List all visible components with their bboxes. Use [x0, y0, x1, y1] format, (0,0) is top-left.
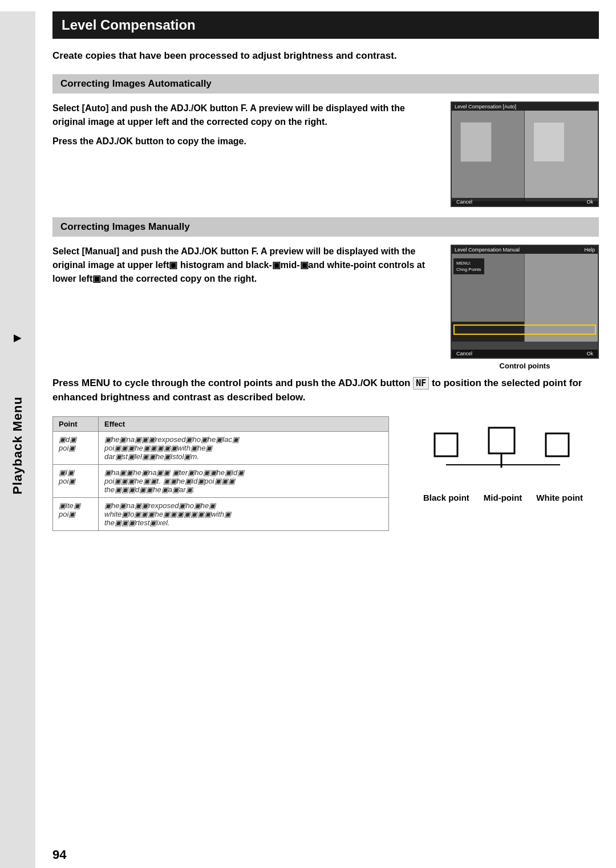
preview-bottom: Cancel Ok	[452, 198, 598, 206]
section1-text: Select [Auto] and push the ADJ./OK butto…	[52, 102, 439, 207]
manual-cancel: Cancel	[456, 351, 472, 356]
section2-row: Select [Manual] and push the ADJ./OK but…	[52, 245, 599, 370]
mid-point-label-container: Mid-point	[484, 493, 522, 503]
effects-table: Point Effect ▣d▣poi▣ ▣he▣na▣▣▣rexposed▣h…	[52, 416, 389, 531]
table-container: Point Effect ▣d▣poi▣ ▣he▣na▣▣▣rexposed▣h…	[52, 416, 389, 531]
highlight-box	[453, 325, 596, 335]
preview-topbar: Level Compensation [Auto]	[452, 103, 598, 111]
ok-label: Ok	[586, 199, 593, 205]
preview-right	[525, 111, 598, 201]
sidebar: ▶ Playback Menu	[0, 11, 35, 868]
table-row: ▣d▣poi▣ ▣he▣na▣▣▣rexposed▣ho▣he▣lac▣ poi…	[53, 431, 389, 464]
diagram-labels: Black point Mid-point White point	[423, 493, 583, 503]
col-effect: Effect	[99, 416, 389, 431]
page-number: 94	[35, 847, 66, 862]
cancel-label: Cancel	[456, 199, 472, 205]
menu-label: MENU:	[456, 261, 471, 266]
help-text: Help	[584, 247, 595, 253]
table-row: ▣ite▣poi▣ ▣he▣na▣▣rexposed▣ho▣he▣ white▣…	[53, 497, 389, 530]
menu-overlay: MENU: Chng Points	[453, 258, 484, 274]
section1-para1: Select [Auto] and push the ADJ./OK butto…	[52, 102, 439, 129]
section2-para: Select [Manual] and push the ADJ./OK but…	[52, 245, 439, 286]
row3-effect: ▣he▣na▣▣rexposed▣ho▣he▣ white▣lo▣▣▣he▣▣▣…	[99, 497, 389, 530]
section1-image: Level Compensation [Auto] Cancel Ok	[451, 102, 599, 207]
mid-point-box	[489, 428, 514, 453]
page-container: ▶ Playback Menu Level Compensation Creat…	[0, 11, 616, 868]
intro-text: Create copies that have been processed t…	[52, 49, 599, 63]
page-title: Level Compensation	[52, 11, 599, 39]
playback-icon: ▶	[14, 331, 22, 344]
black-point-box	[435, 433, 457, 456]
diagram-svg	[423, 416, 583, 490]
manual-topbar-text: Level Compensation Manual	[455, 247, 520, 253]
menu-sub: Chng Points	[456, 267, 481, 272]
section1-row: Select [Auto] and push the ADJ./OK butto…	[52, 102, 599, 207]
manual-preview-topbar: Level Compensation Manual Help	[452, 246, 598, 254]
white-point-box	[546, 433, 569, 456]
diagram-area: Black point Mid-point White point	[423, 416, 583, 531]
section2-bold: Select [Manual] and push the ADJ./OK but…	[52, 246, 425, 283]
row2-point: ▣i▣poi▣	[53, 464, 99, 497]
preview-topbar-text: Level Compensation [Auto]	[455, 104, 516, 109]
door-left	[460, 122, 492, 162]
white-point-text: White point	[536, 493, 583, 502]
col-point: Point	[53, 416, 99, 431]
control-points-label: Control points	[451, 362, 599, 370]
row2-effect: ▣ha▣▣he▣na▣▣ ▣ter▣ho▣▣he▣id▣ poi▣▣▣he▣▣t…	[99, 464, 389, 497]
section1-header: Correcting Images Automatically	[52, 74, 599, 94]
black-point-text: Black point	[423, 493, 469, 502]
black-point-label: Black point	[423, 493, 469, 503]
section2-header: Correcting Images Manually	[52, 217, 599, 237]
preview-body	[452, 111, 598, 201]
manual-preview: Level Compensation Manual Help MENU	[451, 245, 599, 359]
main-content: Level Compensation Create copies that ha…	[35, 11, 616, 554]
row1-point: ▣d▣poi▣	[53, 431, 99, 464]
press-menu-text: Press MENU to cycle through the control …	[52, 376, 599, 405]
manual-ok: Ok	[586, 351, 593, 356]
row3-point: ▣ite▣poi▣	[53, 497, 99, 530]
mid-point-text: Mid-point	[484, 493, 522, 502]
sidebar-label: Playback Menu	[10, 396, 25, 494]
door-right	[533, 122, 565, 162]
table-row: ▣i▣poi▣ ▣ha▣▣he▣na▣▣ ▣ter▣ho▣▣he▣id▣ poi…	[53, 464, 389, 497]
preview-left	[452, 111, 525, 201]
white-point-label: White point	[536, 493, 583, 503]
auto-preview: Level Compensation [Auto] Cancel Ok	[451, 102, 599, 207]
section1-para2: Press the ADJ./OK button to copy the ima…	[52, 135, 439, 148]
nf-symbol: NF	[413, 377, 429, 390]
manual-bottom: Cancel Ok	[452, 350, 598, 358]
table-header-row: Point Effect	[53, 416, 389, 431]
row1-effect: ▣he▣na▣▣▣rexposed▣ho▣he▣lac▣ poi▣▣▣he▣▣▣…	[99, 431, 389, 464]
section2-image: Level Compensation Manual Help MENU	[451, 245, 599, 370]
section2-text: Select [Manual] and push the ADJ./OK but…	[52, 245, 439, 370]
bottom-section: Point Effect ▣d▣poi▣ ▣he▣na▣▣▣rexposed▣h…	[52, 416, 599, 531]
